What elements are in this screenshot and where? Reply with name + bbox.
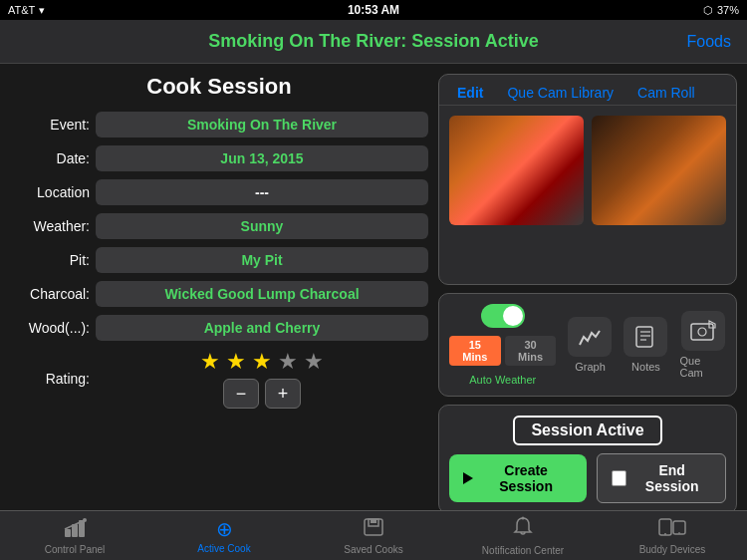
charcoal-row: Charcoal: Wicked Good Lump Charcoal [10,281,428,307]
date-value: Jun 13, 2015 [96,145,428,171]
gallery-tab-edit[interactable]: Edit [449,81,491,105]
end-session-label: End Session [632,462,711,494]
time-30-button[interactable]: 30 Mins [505,336,557,366]
notes-button[interactable]: Notes [623,317,667,373]
time-15-button[interactable]: 15 Mins [449,336,501,366]
rating-label: Rating: [10,371,90,387]
gallery-tab-library[interactable]: Que Cam Library [499,81,622,105]
time-buttons: 15 Mins 30 Mins [449,336,556,366]
active-cook-icon: ⊕ [216,517,233,541]
date-label: Date: [10,150,90,166]
auto-weather-toggle[interactable] [481,304,525,328]
rating-container: ★ ★ ★ ★ ★ − + [96,349,428,409]
tab-active-cook[interactable]: ⊕ Active Cook [149,511,299,560]
buddy-devices-icon [658,517,686,542]
svg-rect-4 [691,324,713,340]
carrier-label: AT&T [8,4,35,16]
right-panel: Edit Que Cam Library Cam Roll 15 Mins 30… [438,74,737,514]
food-image-2[interactable] [592,116,726,225]
notes-label: Notes [631,361,660,373]
pit-label: Pit: [10,252,90,268]
session-buttons: Create Session End Session [449,453,726,503]
event-row: Event: Smoking On The River [10,112,428,138]
session-active-status: Session Active [513,416,661,445]
wood-value: Apple and Cherry [96,315,428,341]
weather-row: Weather: Sunny [10,213,428,239]
foods-button[interactable]: Foods [687,33,731,51]
rating-buttons: − + [223,379,301,409]
star-5: ★ [304,349,324,374]
svg-point-5 [698,328,706,336]
svg-point-15 [522,516,525,519]
location-value: --- [96,179,428,205]
gallery-tabs: Edit Que Cam Library Cam Roll [439,75,736,106]
graph-icon [568,317,612,357]
que-cam-label: Que Cam [679,355,726,379]
weather-value: Sunny [96,213,428,239]
graph-svg [578,327,602,347]
weather-label: Weather: [10,218,90,234]
end-session-button[interactable]: End Session [597,453,726,503]
que-cam-button[interactable]: Que Cam [679,311,726,379]
auto-weather-label: Auto Weather [469,374,536,386]
status-right: ⬡ 37% [703,4,739,17]
auto-weather-toggle-section: 15 Mins 30 Mins Auto Weather [449,304,556,386]
svg-point-11 [83,518,87,522]
status-bar: AT&T ▾ 10:53 AM ⬡ 37% [0,0,747,20]
tab-bar: Control Panel ⊕ Active Cook Saved Cooks … [0,510,747,560]
svg-rect-7 [65,529,71,537]
control-panel-icon [63,517,87,542]
location-label: Location [10,184,90,200]
star-3: ★ [252,349,272,374]
event-value: Smoking On The River [96,112,428,138]
notes-svg [633,325,657,349]
tab-control-panel[interactable]: Control Panel [0,511,149,560]
notification-center-label: Notification Center [482,545,564,556]
end-checkbox-icon [612,470,626,486]
main-content: Cook Session Event: Smoking On The River… [0,64,747,524]
create-session-button[interactable]: Create Session [449,454,587,502]
rating-increment-button[interactable]: + [265,379,301,409]
gallery-images [439,106,736,235]
controls-panel: 15 Mins 30 Mins Auto Weather Graph [438,293,737,397]
charcoal-value: Wicked Good Lump Charcoal [96,281,428,307]
status-time: 10:53 AM [348,3,399,17]
control-panel-label: Control Panel [45,544,106,555]
wood-label: Wood(...): [10,320,90,336]
notes-icon [623,317,667,357]
svg-rect-14 [371,519,376,523]
cook-session-heading: Cook Session [10,74,428,100]
bluetooth-icon: ⬡ [703,4,713,17]
graph-label: Graph [575,361,606,373]
rating-decrement-button[interactable]: − [223,379,259,409]
tab-notification-center[interactable]: Notification Center [448,511,598,560]
tab-buddy-devices[interactable]: Buddy Devices [598,511,747,560]
charcoal-label: Charcoal: [10,286,90,302]
rating-row: Rating: ★ ★ ★ ★ ★ − + [10,349,428,409]
title-bar: Smoking On The River: Session Active Foo… [0,20,747,64]
saved-cooks-icon [363,517,384,542]
graph-button[interactable]: Graph [568,317,612,373]
event-label: Event: [10,117,90,133]
star-2: ★ [226,349,246,374]
left-panel: Cook Session Event: Smoking On The River… [10,74,428,514]
que-cam-svg [689,319,717,343]
pit-row: Pit: My Pit [10,247,428,273]
status-left: AT&T ▾ [8,4,45,17]
food-image-1[interactable] [449,116,584,225]
active-cook-label: Active Cook [197,543,250,554]
notification-icon [513,516,533,543]
star-display: ★ ★ ★ ★ ★ [200,349,325,375]
svg-rect-0 [636,327,652,347]
location-row: Location --- [10,179,428,205]
battery-label: 37% [717,4,739,16]
play-icon [463,472,473,484]
gallery-tab-cam-roll[interactable]: Cam Roll [629,81,703,105]
wifi-icon: ▾ [39,4,45,17]
gallery-panel: Edit Que Cam Library Cam Roll [438,74,737,285]
buddy-devices-label: Buddy Devices [639,544,706,555]
pit-value: My Pit [96,247,428,273]
tab-saved-cooks[interactable]: Saved Cooks [299,511,448,560]
que-cam-icon [681,311,725,351]
page-title: Smoking On The River: Session Active [208,31,538,52]
